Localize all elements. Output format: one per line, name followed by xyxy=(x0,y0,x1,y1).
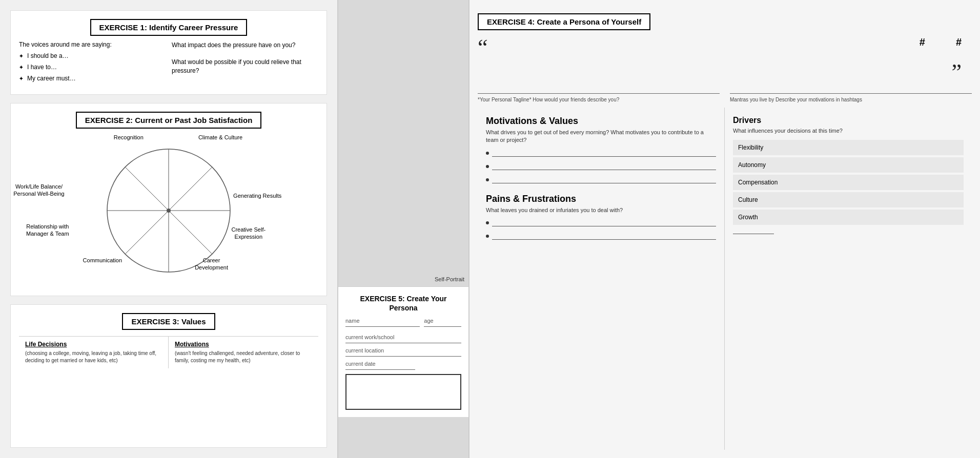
pf-bullet-1 xyxy=(486,219,716,226)
pf-dot-1 xyxy=(486,221,489,224)
motivations-title: Motivations & Values xyxy=(486,116,716,127)
pf-bullet-2 xyxy=(486,233,716,240)
bullet-item-2: ✦ I have to… xyxy=(19,64,166,71)
bullet-text-1: I should be a… xyxy=(27,52,69,59)
bullet-item-3: ✦ My career must… xyxy=(19,75,166,82)
exercise2-title: EXERCISE 2: Current or Past Job Satisfac… xyxy=(76,112,262,129)
quote-close-icon: ” xyxy=(951,61,962,84)
pf-dot-2 xyxy=(486,235,489,238)
right-panel: EXERCISE 4: Create a Persona of Yourself… xyxy=(469,0,980,458)
persona-textarea[interactable] xyxy=(345,374,461,410)
self-portrait-area: Self-Portrait xyxy=(338,0,468,286)
exercise1-section: EXERCISE 1: Identify Career Pressure The… xyxy=(10,10,327,95)
exercise5-section: EXERCISE 5: Create Your Persona name age… xyxy=(338,286,468,417)
pains-sub: What leaves you drained or infuriates yo… xyxy=(486,206,716,214)
drivers-title: Drivers xyxy=(733,116,964,125)
ex1-question-1: What impact does the pressure have on yo… xyxy=(172,41,318,50)
pains-frustrations-section: Pains & Frustrations What leaves you dra… xyxy=(486,194,716,240)
bullet-dot-2 xyxy=(486,165,489,168)
bullet-dot-3 xyxy=(486,178,489,181)
driver-item-flexibility: Flexibility xyxy=(733,140,964,155)
driver-blank-line xyxy=(733,227,774,234)
wheel-label-creative: Creative Self-Expression xyxy=(220,226,277,241)
date-field: current date xyxy=(345,361,415,370)
voices-label: The voices around me are saying: xyxy=(19,41,166,48)
quote-open-icon: “ xyxy=(478,36,488,59)
pf-line-1 xyxy=(492,219,716,226)
mv-bullet-3 xyxy=(486,176,716,183)
mv-line-3 xyxy=(492,176,716,183)
exercise2-section: EXERCISE 2: Current or Past Job Satisfac… xyxy=(10,103,327,296)
exercise3-section: EXERCISE 3: Values Life Decisions (choos… xyxy=(10,304,327,448)
hashtag1: # xyxy=(920,36,925,48)
ex3-col1-header: Life Decisions xyxy=(25,341,162,348)
wheel-label-career: Career Development xyxy=(186,257,237,272)
wheel-label-recognition: Recognition xyxy=(106,134,152,141)
mv-line-1 xyxy=(492,150,716,157)
motivations-sub: What drives you to get out of bed every … xyxy=(486,129,716,144)
hashtag2: # xyxy=(956,36,962,48)
driver-item-growth: Growth xyxy=(733,210,964,225)
pains-title: Pains & Frustrations xyxy=(486,194,716,204)
ex1-question-2: What would be possible if you could reli… xyxy=(172,58,318,75)
exercise4-title: EXERCISE 4: Create a Persona of Yourself xyxy=(478,13,650,30)
bullet-dot-1 xyxy=(486,152,489,155)
exercise3-title: EXERCISE 3: Values xyxy=(122,313,215,330)
name-field-label: name xyxy=(345,318,420,327)
tagline-label: *Your Personal Tagline* How would your f… xyxy=(478,96,720,103)
driver-item-autonomy: Autonomy xyxy=(733,157,964,173)
diamond-icon-2: ✦ xyxy=(19,65,23,70)
pf-line-2 xyxy=(492,233,716,240)
ex3-col2-sub: (wasn't feeling challenged, needed adven… xyxy=(175,350,312,364)
driver-item-compensation: Compensation xyxy=(733,175,964,190)
bullet-text-2: I have to… xyxy=(27,64,57,71)
bullet-text-3: My career must… xyxy=(27,75,76,82)
self-portrait-label: Self-Portrait xyxy=(435,276,464,282)
middle-panel: Self-Portrait EXERCISE 5: Create Your Pe… xyxy=(338,0,469,458)
mv-line-2 xyxy=(492,163,716,170)
mv-bullet-2 xyxy=(486,163,716,170)
age-field-label: age xyxy=(424,318,461,327)
exercise5-title: EXERCISE 5: Create Your Persona xyxy=(345,294,461,313)
svg-point-5 xyxy=(167,209,171,213)
work-school-field: current work/school xyxy=(345,334,461,343)
wheel-label-communication: Communication xyxy=(77,257,128,264)
diamond-icon-1: ✦ xyxy=(19,53,23,59)
wheel-label-worklife: Work/Life Balance/Personal Well-Being xyxy=(11,183,67,198)
ex3-col1-sub: (choosing a college, moving, leaving a j… xyxy=(25,350,162,364)
wheel-label-climate: Climate & Culture xyxy=(197,134,243,141)
drivers-sub: What influences your decisions at this t… xyxy=(733,127,964,135)
bullet-item-1: ✦ I should be a… xyxy=(19,52,166,59)
ex5-gray-area xyxy=(338,417,468,458)
ex3-col2-header: Motivations xyxy=(175,341,312,348)
location-field: current location xyxy=(345,347,461,357)
exercise1-title: EXERCISE 1: Identify Career Pressure xyxy=(90,19,248,36)
mv-bullet-1 xyxy=(486,150,716,157)
driver-item-culture: Culture xyxy=(733,192,964,207)
left-panel: EXERCISE 1: Identify Career Pressure The… xyxy=(0,0,338,458)
motivations-values-section: Motivations & Values What drives you to … xyxy=(486,116,716,183)
diamond-icon-3: ✦ xyxy=(19,76,23,81)
mantras-label: Mantras you live by Describe your motiva… xyxy=(730,96,972,103)
wheel-label-results: Generating Results xyxy=(232,192,283,199)
wheel-label-relationship: Relationship withManager & Team xyxy=(19,223,76,238)
